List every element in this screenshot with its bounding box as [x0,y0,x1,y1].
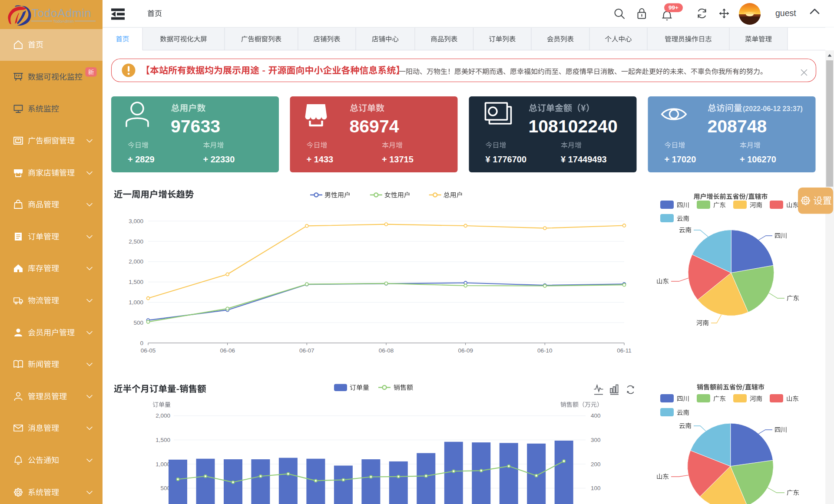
svg-text:1,000: 1,000 [129,299,143,306]
svg-text:+ 17020: + 17020 [665,155,696,164]
svg-text:400: 400 [591,412,601,419]
svg-text:86974: 86974 [350,116,399,136]
svg-text:06-09: 06-09 [458,347,473,354]
svg-text:+ 13715: + 13715 [382,155,414,164]
svg-text:06-05: 06-05 [141,347,156,354]
svg-text:+ 106270: + 106270 [740,155,776,164]
svg-text:06-07: 06-07 [299,347,314,354]
svg-text:97633: 97633 [171,116,220,136]
svg-text:06-08: 06-08 [379,347,394,354]
svg-text:06-10: 06-10 [537,347,553,354]
svg-text:+ 2829: + 2829 [128,155,155,164]
svg-text:0: 0 [140,340,143,346]
svg-text:2,000: 2,000 [129,258,143,265]
svg-text:1,500: 1,500 [156,437,170,443]
svg-text:¥ 1776700: ¥ 1776700 [486,155,527,164]
svg-text:108102240: 108102240 [529,116,618,136]
svg-text:06-11: 06-11 [617,347,632,354]
svg-text:06-06: 06-06 [220,347,235,354]
svg-text:200: 200 [591,461,601,468]
svg-text:500: 500 [133,320,143,326]
svg-text:1,500: 1,500 [129,279,143,285]
svg-text:TodoAdmin: TodoAdmin [53,19,74,23]
svg-text:3,000: 3,000 [129,218,143,224]
svg-text:1,000: 1,000 [156,461,170,468]
svg-text:2,500: 2,500 [129,238,143,245]
svg-text:(2022-06-12 23:37): (2022-06-12 23:37) [743,105,803,112]
svg-text:99+: 99+ [669,4,678,11]
svg-text:¥ 17449493: ¥ 17449493 [561,155,607,164]
svg-text:+ 1433: + 1433 [307,155,334,164]
svg-text:TodoAdmin: TodoAdmin [32,7,91,20]
svg-text:guest: guest [775,8,796,18]
svg-text:2,000: 2,000 [156,412,170,419]
svg-text:100: 100 [591,485,601,491]
svg-text:208748: 208748 [708,116,767,136]
svg-text:300: 300 [591,437,601,443]
svg-text:+ 22330: + 22330 [203,155,235,164]
